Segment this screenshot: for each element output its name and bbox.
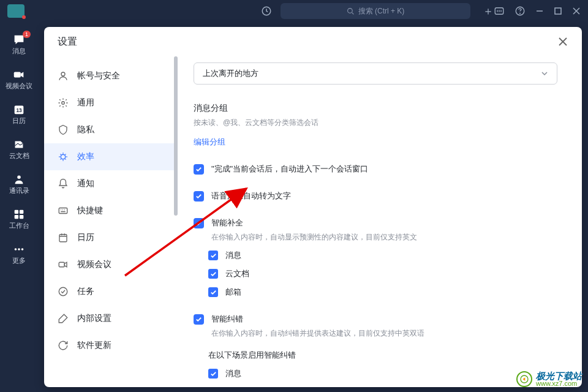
svg-rect-27	[59, 262, 64, 267]
checkbox[interactable]	[194, 218, 204, 228]
nav-update[interactable]: 软件更新	[44, 332, 174, 359]
check-cr-msg: 消息	[208, 368, 557, 379]
svg-point-4	[520, 13, 521, 13]
search-placeholder: 搜索 (Ctrl + K)	[358, 6, 405, 17]
app-logo[interactable]	[7, 4, 24, 18]
svg-rect-16	[20, 215, 23, 219]
nav-privacy[interactable]: 隐私	[44, 116, 174, 143]
sidebar-item-docs[interactable]: 云文档	[0, 134, 38, 164]
svg-rect-14	[20, 210, 23, 214]
check-smart-correct: 智能纠错 在你输入内容时，自动纠错并提供表达建议，目前仅支持中英双语	[194, 314, 557, 339]
svg-point-17	[15, 248, 17, 251]
sidebar-item-calendar[interactable]: 13 日历	[0, 99, 38, 129]
search-input[interactable]: 搜索 (Ctrl + K)	[281, 3, 470, 19]
svg-point-28	[59, 287, 67, 296]
nav-label: 帐号与安全	[77, 70, 120, 81]
watermark-logo	[516, 371, 532, 387]
sidebar-item-label: 更多	[12, 256, 26, 265]
sidebar-item-label: 云文档	[9, 151, 29, 160]
close-icon[interactable]	[557, 36, 568, 47]
svg-rect-25	[59, 208, 67, 214]
checkbox[interactable]	[208, 251, 218, 260]
svg-point-24	[61, 154, 66, 159]
plus-icon[interactable]: ＋	[483, 4, 494, 18]
svg-rect-9	[14, 72, 21, 77]
close-window-icon[interactable]	[572, 7, 581, 15]
startup-dropdown[interactable]: 上次离开的地方	[194, 62, 557, 85]
title-bar: 搜索 (Ctrl + K) ＋	[0, 0, 588, 22]
chevron-down-icon	[541, 70, 548, 77]
svg-point-18	[18, 248, 20, 251]
nav-label: 效率	[77, 151, 94, 162]
section-title-group: 消息分组	[194, 103, 557, 114]
badge: 1	[23, 31, 31, 38]
check-label: 智能纠错	[211, 314, 424, 325]
watermark-url: www.xz7.com	[536, 380, 582, 387]
nav-video-conf[interactable]: 视频会议	[44, 251, 174, 278]
svg-point-23	[62, 102, 65, 105]
checkbox[interactable]	[194, 164, 204, 175]
history-icon[interactable]	[261, 6, 272, 17]
checkbox[interactable]	[208, 269, 218, 279]
check-label: 消息	[225, 368, 241, 379]
correct-note: 在以下场景启用智能纠错	[208, 350, 557, 361]
panel-header: 设置	[44, 27, 582, 56]
svg-rect-6	[555, 8, 561, 14]
check-smart-complete: 智能补全 在你输入内容时，自动显示预测性的内容建议，目前仅支持英文	[194, 217, 557, 243]
nav-shortcuts[interactable]: 快捷键	[44, 197, 174, 224]
checkbox[interactable]	[194, 314, 204, 325]
check-auto-next: "完成"当前会话后，自动进入下一个会话窗口	[194, 164, 557, 175]
check-label: 邮箱	[225, 287, 241, 298]
svg-rect-26	[59, 235, 67, 242]
dropdown-value: 上次离开的地方	[203, 68, 258, 79]
nav-label: 任务	[77, 286, 94, 297]
app-sidebar: 1 消息 视频会议 13 日历 云文档 通讯录 工作台 更多	[0, 22, 38, 392]
minimize-icon[interactable]	[535, 7, 544, 15]
nav-internal[interactable]: 内部设置	[44, 305, 174, 332]
check-desc: 在你输入内容时，自动显示预测性的内容建议，目前仅支持英文	[211, 232, 417, 243]
checkbox[interactable]	[208, 369, 218, 379]
svg-point-1	[347, 8, 352, 13]
nav-label: 通用	[77, 97, 94, 108]
sidebar-item-more[interactable]: 更多	[0, 239, 38, 269]
checkbox[interactable]	[194, 191, 204, 202]
nav-general[interactable]: 通用	[44, 89, 174, 116]
sidebar-item-label: 工作台	[9, 221, 29, 230]
check-cr-doc: 云文档	[208, 386, 557, 387]
sidebar-item-label: 日历	[12, 116, 26, 126]
sidebar-item-label: 通讯录	[9, 186, 29, 195]
sidebar-item-contacts[interactable]: 通讯录	[0, 169, 38, 199]
svg-point-22	[61, 72, 65, 76]
nav-notification[interactable]: 通知	[44, 170, 174, 197]
svg-rect-15	[15, 215, 18, 219]
svg-point-19	[21, 248, 24, 251]
sidebar-item-workbench[interactable]: 工作台	[0, 204, 38, 234]
check-sc-msg: 消息	[208, 250, 557, 261]
edit-group-link[interactable]: 编辑分组	[194, 137, 225, 148]
nav-label: 内部设置	[77, 313, 111, 324]
sidebar-item-label: 消息	[12, 47, 26, 56]
section-sub-group: 按未读、@我、云文档等分类筛选会话	[194, 118, 557, 128]
check-label: 云文档	[225, 268, 249, 279]
nav-account[interactable]: 帐号与安全	[44, 62, 174, 89]
svg-rect-13	[15, 210, 18, 214]
check-sc-doc: 云文档	[208, 268, 557, 279]
settings-content: 上次离开的地方 消息分组 按未读、@我、云文档等分类筛选会话 编辑分组 "完成"…	[174, 56, 582, 387]
checkbox[interactable]	[208, 287, 218, 297]
panel-title: 设置	[58, 36, 77, 48]
nav-calendar[interactable]: 日历	[44, 224, 174, 251]
nav-label: 软件更新	[77, 340, 111, 351]
sidebar-item-messages[interactable]: 1 消息	[0, 29, 38, 59]
sidebar-item-video[interactable]: 视频会议	[0, 64, 38, 94]
nav-label: 视频会议	[77, 259, 111, 270]
nav-efficiency[interactable]: 效率	[44, 143, 174, 170]
nav-label: 日历	[77, 232, 94, 243]
help-icon[interactable]	[514, 6, 526, 17]
maximize-icon[interactable]	[554, 7, 562, 15]
check-desc: 在你输入内容时，自动纠错并提供表达建议，目前仅支持中英双语	[211, 328, 424, 339]
nav-label: 通知	[77, 178, 94, 189]
ai-icon[interactable]	[494, 6, 505, 17]
check-label: 语音消息自动转为文字	[211, 190, 291, 202]
nav-tasks[interactable]: 任务	[44, 278, 174, 305]
check-label: 智能补全	[211, 217, 417, 228]
